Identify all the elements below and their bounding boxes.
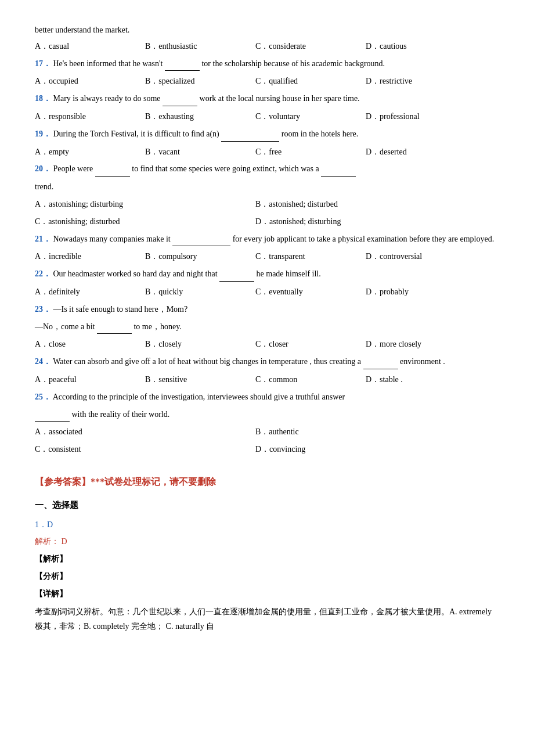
q24-blank — [363, 355, 398, 369]
q19-optB: B．vacant — [145, 145, 255, 159]
q23-optC: C．closer — [255, 337, 366, 351]
question-23-line2: —No，come a bit to me，honey. — [35, 320, 499, 334]
q21-optC: C．transparent — [255, 250, 366, 264]
q21-optB: B．compulsory — [145, 250, 255, 264]
reference-title: 【参考答案】***试卷处理标记，请不要删除 — [35, 474, 499, 489]
q20-optA: A．astonishing; disturbing — [35, 197, 255, 211]
option-C: C．considerate — [255, 39, 366, 53]
q25-options-row2: C．consistent D．convincing — [35, 442, 499, 456]
q24-options: A．peaceful B．sensitive C．common D．stable… — [35, 373, 499, 387]
q17-blank — [165, 57, 200, 71]
q25-optC: C．consistent — [35, 442, 255, 456]
q25-optB: B．authentic — [255, 425, 476, 439]
q20-optB: B．astonished; disturbed — [255, 197, 476, 211]
question-17: 17． He's been informed that he wasn't to… — [35, 57, 499, 71]
analysis-label: 解析： — [35, 537, 59, 546]
question-19: 19． During the Torch Festival, it is dif… — [35, 127, 499, 142]
fenxi-label: 【分析】 — [35, 572, 67, 581]
reference-section: 【参考答案】***试卷处理标记，请不要删除 一、选择题 1．D 解析： D 【解… — [35, 474, 499, 633]
q20-blank2 — [321, 162, 356, 177]
answer-1-num: 1．D — [35, 518, 499, 532]
q23-options: A．close B．closely C．closer D．more closel… — [35, 337, 499, 351]
q21-optA: A．incredible — [35, 250, 145, 264]
jiexi-label: 【解析】 — [35, 555, 67, 563]
q17-options: A．occupied B．specialized C．qualified D．r… — [35, 74, 499, 88]
q21-text-before: Nowadays many companies make it — [53, 235, 171, 243]
question-25: 25． According to the principle of the in… — [35, 390, 499, 404]
question-23-line1: 23． —Is it safe enough to stand here，Mom… — [35, 303, 499, 316]
q18-text-before: Mary is always ready to do some — [53, 94, 161, 103]
q19-optD: D．deserted — [366, 145, 476, 159]
q19-blank — [221, 127, 279, 142]
q19-text-before: During the Torch Festival, it is difficu… — [53, 129, 219, 138]
q25-blank — [35, 408, 70, 422]
answer-1-analysis: 解析： D — [35, 535, 499, 549]
question-24: 24． Water can absorb and give off a lot … — [35, 355, 499, 369]
q17-text-after: tor the scholarship because of his acade… — [201, 59, 385, 68]
option-A: A．casual — [35, 39, 145, 53]
q21-text-after: for every job applicant to take a physic… — [233, 235, 495, 243]
intro-text: better understand the market. — [35, 26, 129, 34]
q25-optD: D．convincing — [255, 442, 476, 456]
q20-text-before: People were — [53, 164, 93, 173]
q18-optC: C．voluntary — [255, 110, 366, 124]
analysis-val: D — [62, 537, 67, 546]
q22-text-before: Our headmaster worked so hard day and ni… — [53, 269, 218, 278]
q18-blank — [163, 92, 197, 106]
answer-section-title: 一、选择题 — [35, 498, 499, 513]
q19-optC: C．free — [255, 145, 366, 159]
q23-optB: B．closely — [145, 337, 255, 351]
answer-1-num-text: 1．D — [35, 520, 53, 529]
q18-optD: D．professional — [366, 110, 476, 124]
q19-options: A．empty B．vacant C．free D．deserted — [35, 145, 499, 159]
q17-optC: C．qualified — [255, 74, 366, 88]
option-D: D．cautious — [366, 39, 476, 53]
q23-optA: A．close — [35, 337, 145, 351]
q20-optD: D．astonished; disturbing — [255, 215, 476, 229]
question-22: 22． Our headmaster worked so hard day an… — [35, 267, 499, 282]
intro-line: better understand the market. — [35, 23, 499, 37]
question-25-line2: with the reality of their world. — [35, 408, 499, 422]
q25-text-before: According to the principle of the invest… — [53, 393, 345, 401]
q24-optB: B．sensitive — [145, 373, 255, 387]
q24-text-before: Water can absorb and give off a lot of h… — [53, 357, 361, 366]
q17-num: 17． — [35, 59, 51, 68]
option-B: B．enthusiastic — [145, 39, 255, 53]
q22-optB: B．quickly — [145, 285, 255, 299]
q25-num: 25． — [35, 393, 51, 401]
q21-blank — [172, 232, 230, 247]
xiangjie-label: 【详解】 — [35, 589, 67, 598]
q19-optA: A．empty — [35, 145, 145, 159]
q24-optC: C．common — [255, 373, 366, 387]
q21-optD: D．controversial — [366, 250, 476, 264]
question-21: 21． Nowadays many companies make it for … — [35, 232, 499, 247]
prev-question-options: A．casual B．enthusiastic C．considerate D．… — [35, 39, 499, 53]
q17-optA: A．occupied — [35, 74, 145, 88]
explanation-text: 考查副词词义辨析。句意：几个世纪以来，人们一直在逐渐增加金属的使用量，但直到工业… — [35, 607, 492, 631]
answer-1-fenxi: 【分析】 — [35, 570, 499, 584]
q24-optA: A．peaceful — [35, 373, 145, 387]
q25-options-row1: A．associated B．authentic — [35, 425, 499, 439]
q18-options: A．responsible B．exhausting C．voluntary D… — [35, 110, 499, 124]
q23-text-line2: —No，come a bit — [35, 322, 95, 331]
question-18: 18． Mary is always ready to do some work… — [35, 92, 499, 106]
q19-num: 19． — [35, 129, 51, 138]
q20-text-mid: to find that some species were going ext… — [132, 164, 319, 173]
question-20: 20． People were to find that some specie… — [35, 162, 499, 177]
q22-blank — [219, 267, 254, 282]
q23-text-line1: —Is it safe enough to stand here，Mom? — [53, 305, 188, 314]
q22-options: A．definitely B．quickly C．eventually D．pr… — [35, 285, 499, 299]
q22-optC: C．eventually — [255, 285, 366, 299]
answer-1-jiexi: 【解析】 — [35, 552, 499, 566]
q20-num: 20． — [35, 164, 51, 173]
q24-num: 24． — [35, 357, 51, 366]
q23-num: 23． — [35, 305, 51, 314]
q22-text-after: he made himself ill. — [257, 269, 321, 278]
q23-optD: D．more closely — [366, 337, 476, 351]
q25-optA: A．associated — [35, 425, 255, 439]
q17-optD: D．restrictive — [366, 74, 476, 88]
q23-blank — [97, 320, 132, 334]
q19-text-after: room in the hotels here. — [282, 129, 359, 138]
q22-num: 22． — [35, 269, 51, 278]
q20-optC: C．astonishing; disturbed — [35, 215, 255, 229]
